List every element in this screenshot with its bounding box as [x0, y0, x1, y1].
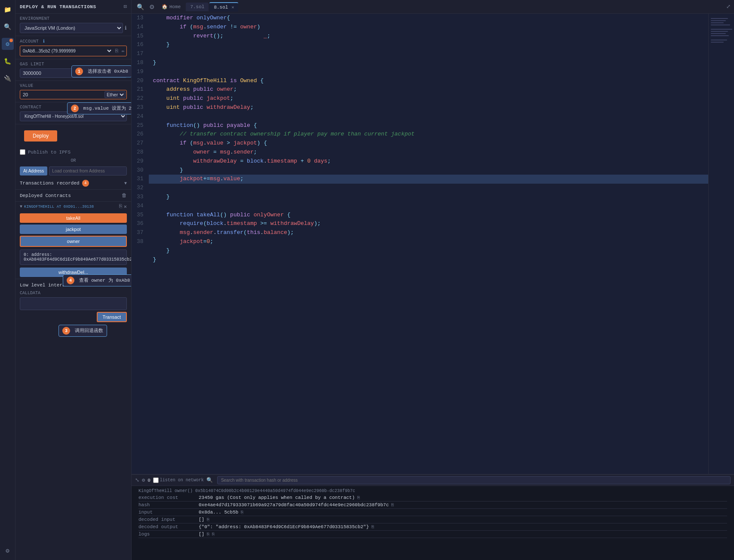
- search-toolbar-icon[interactable]: 🔍: [135, 3, 146, 11]
- owner-result-index: 0: address:: [24, 252, 52, 257]
- takeall-button[interactable]: takeAll: [20, 213, 127, 223]
- terminal-search-icon[interactable]: 🔍: [206, 477, 213, 483]
- svg-rect-10: [711, 42, 724, 43]
- bottom-panel: ⤡ ⚙ 0 listen on network 🔍 KingOfTheHill …: [132, 474, 734, 560]
- deploy-button[interactable]: Deploy: [24, 130, 57, 142]
- value-row: Ether: [20, 90, 127, 99]
- tab-close-8sol[interactable]: ✕: [231, 5, 234, 10]
- at-address-button[interactable]: At Address: [20, 166, 47, 175]
- contract-close-icon[interactable]: ✕: [124, 203, 127, 210]
- contract-copy-icon[interactable]: ⎘: [119, 203, 122, 210]
- value-label: VALUE: [20, 83, 127, 88]
- terminal-count-badge: 0: [147, 478, 150, 483]
- terminal-key-input: input: [138, 510, 190, 515]
- contract-collapse-icon[interactable]: ▼: [20, 204, 22, 209]
- calldata-input[interactable]: [20, 297, 127, 310]
- listen-on-network-toggle[interactable]: listen on network: [153, 477, 204, 483]
- transact-button[interactable]: Transact: [97, 312, 127, 322]
- terminal-key-hash: hash: [138, 502, 190, 508]
- tab-8sol[interactable]: 8.sol ✕: [209, 2, 238, 12]
- svg-rect-9: [711, 40, 727, 40]
- svg-rect-5: [711, 29, 732, 30]
- trash-icon[interactable]: 🗑: [122, 192, 127, 199]
- environment-select[interactable]: JavaScript VM (London): [20, 23, 123, 33]
- terminal-content: KingOfTheHill owner() 0x5b14074C0d00b2c4…: [132, 486, 734, 560]
- publish-row: Publish to IPFS: [15, 148, 131, 157]
- load-contract-input[interactable]: [49, 166, 127, 175]
- contract-instance-name: KINGOFTHEHILL AT 0XD91...39138: [24, 205, 94, 209]
- icon-sidebar: 📁 🔍 ⚙️ 🐛 🔌 ⚙: [0, 0, 15, 560]
- jackpot-button[interactable]: jackpot: [20, 225, 127, 234]
- terminal-settings-icon[interactable]: ⚙: [142, 477, 145, 483]
- transaction-search-input[interactable]: [217, 476, 731, 484]
- account-select[interactable]: 0xAb8...35cb2 (79.9999999: [21, 48, 113, 54]
- tab-7sol[interactable]: 7.sol: [186, 3, 209, 11]
- sidebar-icon-debug[interactable]: 🐛: [2, 55, 14, 67]
- value-unit-select[interactable]: Ether: [104, 91, 126, 98]
- address-row: At Address: [15, 165, 131, 177]
- publish-ipfs-label: Publish to IPFS: [28, 150, 71, 155]
- svg-rect-7: [711, 33, 726, 34]
- terminal-copy-logs[interactable]: ⎘: [207, 532, 209, 537]
- environment-section: ENVIRONMENT JavaScript VM (London) ℹ: [15, 14, 131, 36]
- terminal-key-decoded-input: decoded input: [138, 517, 190, 522]
- terminal-value-input: 0x8da... 5cb5b ⎘: [199, 510, 727, 515]
- code-editor[interactable]: 13 14 15 16 17 18 19 20 21 22 23 24 25 2…: [132, 14, 734, 474]
- sidebar-icon-files[interactable]: 📁: [2, 3, 14, 15]
- terminal-copy-decoded-input[interactable]: ⎘: [207, 517, 209, 522]
- svg-rect-3: [711, 22, 724, 23]
- deploy-panel-icon[interactable]: ⊡: [124, 3, 127, 10]
- publish-ipfs-checkbox[interactable]: [20, 149, 25, 155]
- sidebar-icon-plugins[interactable]: 🔌: [2, 72, 14, 84]
- owner-result-value: 0xAb8483F64d9C6d1EcF9b849Ae677d03315835c…: [24, 257, 132, 262]
- listen-checkbox[interactable]: [153, 477, 159, 483]
- environment-info-icon[interactable]: ℹ: [125, 25, 127, 31]
- terminal-copy-logs2[interactable]: ⎘: [212, 532, 215, 537]
- account-label: ACCOUNT ℹ: [20, 39, 127, 44]
- transactions-recorded-row[interactable]: Transactions recorded 4 ▼: [15, 177, 131, 189]
- account-edit-icon[interactable]: ✏: [121, 47, 126, 55]
- expand-icon[interactable]: ⤢: [726, 3, 731, 10]
- terminal-copy-execution[interactable]: ⎘: [357, 495, 360, 500]
- owner-result: 0: address: 0xAb8483F64d9C6d1EcF9b849Ae6…: [20, 249, 127, 265]
- contract-instance: ▼ KINGOFTHEHILL AT 0XD91...39138 ⎘ ✕: [15, 201, 131, 212]
- terminal-value-decoded-input: [] ⎘: [199, 517, 727, 522]
- contract-buttons: takeAll jackpot owner 0: address: 0xAb84…: [15, 212, 131, 279]
- terminal-value-decoded-output: {"0": "address: 0xAb8483F64d9C6d1EcF9b84…: [199, 524, 727, 529]
- transactions-recorded-label: Transactions recorded: [20, 181, 80, 186]
- editor-area: 🔍 ⚙ 🏠 Home 7.sol 8.sol ✕ ⤢: [132, 0, 734, 560]
- terminal-row-hash: hash 0xe4ae4d7d179333071b69a927a79d8fac4…: [138, 502, 727, 509]
- tab-home[interactable]: 🏠 Home: [157, 2, 185, 11]
- terminal-row-decoded-input: decoded input [] ⎘: [138, 516, 727, 523]
- terminal-copy-hash[interactable]: ⎘: [391, 503, 394, 508]
- svg-rect-2: [711, 20, 726, 21]
- tooltip-lowlevel: 3 调用回退函数: [58, 325, 107, 337]
- account-section: ACCOUNT ℹ 0xAb8...35cb2 (79.9999999 ⎘ ✏: [15, 36, 131, 59]
- deploy-panel-title: DEPLOY & RUN TRANSACTIONS: [20, 4, 96, 9]
- terminal-value-hash: 0xe4ae4d7d179333071b69a927a79d8fac40a50d…: [199, 502, 727, 508]
- account-copy-icon[interactable]: ⎘: [114, 47, 119, 55]
- svg-rect-6: [711, 31, 728, 32]
- value-section: VALUE Ether: [15, 81, 131, 102]
- terminal-value-execution: 23450 gas (Cost only applies when called…: [199, 495, 727, 500]
- terminal-expand-icon[interactable]: ⤡: [135, 477, 139, 483]
- deploy-panel: DEPLOY & RUN TRANSACTIONS ⊡ ENVIRONMENT …: [15, 0, 132, 560]
- sidebar-icon-search[interactable]: 🔍: [2, 21, 14, 33]
- tooltip-owner: 4 查看 owner 为 0xAb8: [63, 274, 132, 286]
- terminal-row-logs: logs [] ⎘ ⎘: [138, 531, 727, 538]
- tooltip-account: 1 选择攻击者 0xAb8: [71, 65, 132, 77]
- code-content[interactable]: modifier onlyOwner{ if (msg.sender != ow…: [149, 14, 708, 474]
- svg-rect-4: [711, 25, 730, 25]
- terminal-copy-decoded-output[interactable]: ⎘: [372, 525, 374, 529]
- contract-instance-header: ▼ KINGOFTHEHILL AT 0XD91...39138 ⎘ ✕: [20, 203, 127, 210]
- value-input[interactable]: [21, 91, 103, 98]
- calldata-label: CALLDATA: [20, 291, 127, 295]
- tooltip-value: 2 msg.value 设置为 20 eth: [67, 102, 132, 114]
- owner-button[interactable]: owner: [20, 236, 127, 247]
- sidebar-icon-settings[interactable]: ⚙: [2, 545, 14, 557]
- transactions-chevron-icon: ▼: [124, 181, 127, 186]
- terminal-copy-input[interactable]: ⎘: [241, 510, 243, 515]
- svg-rect-8: [711, 35, 729, 36]
- sidebar-icon-deploy[interactable]: ⚙️: [2, 38, 14, 50]
- settings-toolbar-icon[interactable]: ⚙: [147, 3, 157, 11]
